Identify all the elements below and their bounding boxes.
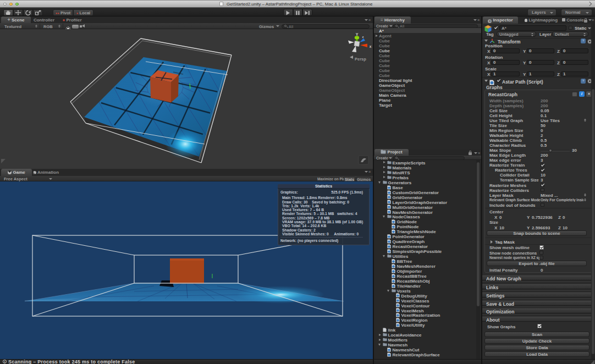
svg-text:Persp: Persp: [355, 57, 366, 62]
svg-text:Y: Y: [356, 32, 359, 36]
svg-text:x: x: [370, 45, 372, 48]
svg-text:z: z: [362, 35, 364, 38]
